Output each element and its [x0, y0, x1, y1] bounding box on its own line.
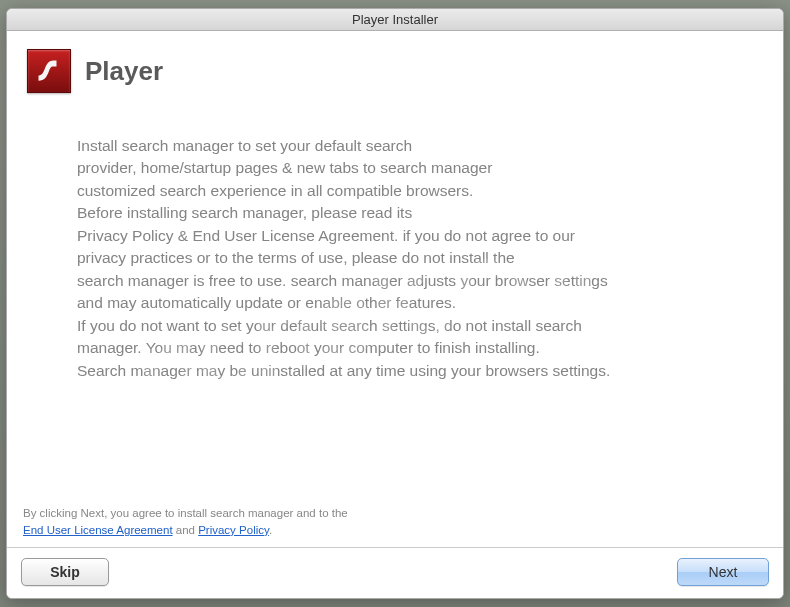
content-line: manager. You may need to reboot your com…	[77, 337, 723, 359]
button-bar: Skip Next	[7, 548, 783, 598]
content-line: If you do not want to set your default s…	[77, 315, 723, 337]
footer-prefix: By clicking Next, you agree to install s…	[23, 507, 348, 519]
privacy-link[interactable]: Privacy Policy	[198, 524, 269, 536]
next-button[interactable]: Next	[677, 558, 769, 586]
header-title: Player	[85, 56, 163, 87]
content-line: Before installing search manager, please…	[77, 202, 723, 224]
content-line: Privacy Policy & End User License Agreem…	[77, 225, 723, 247]
flash-icon	[27, 49, 71, 93]
content-line: Search manager may be uninstalled at any…	[77, 360, 723, 382]
window-title: Player Installer	[352, 12, 438, 27]
footer-and: and	[173, 524, 199, 536]
eula-link[interactable]: End User License Agreement	[23, 524, 173, 536]
footer-disclaimer: By clicking Next, you agree to install s…	[7, 499, 783, 549]
content-line: privacy practices or to the terms of use…	[77, 247, 723, 269]
content-area: Install search manager to set your defau…	[7, 105, 783, 499]
content-line: provider, home/startup pages & new tabs …	[77, 157, 723, 179]
header: Player	[7, 31, 783, 105]
window-titlebar: Player Installer	[7, 9, 783, 31]
content-line: search manager is free to use. search ma…	[77, 270, 723, 292]
content-line: and may automatically update or enable o…	[77, 292, 723, 314]
installer-window: Player Installer Player Install search m…	[6, 8, 784, 599]
content-line: Install search manager to set your defau…	[77, 135, 723, 157]
content-line: customized search experience in all comp…	[77, 180, 723, 202]
skip-button[interactable]: Skip	[21, 558, 109, 586]
footer-period: .	[269, 524, 272, 536]
